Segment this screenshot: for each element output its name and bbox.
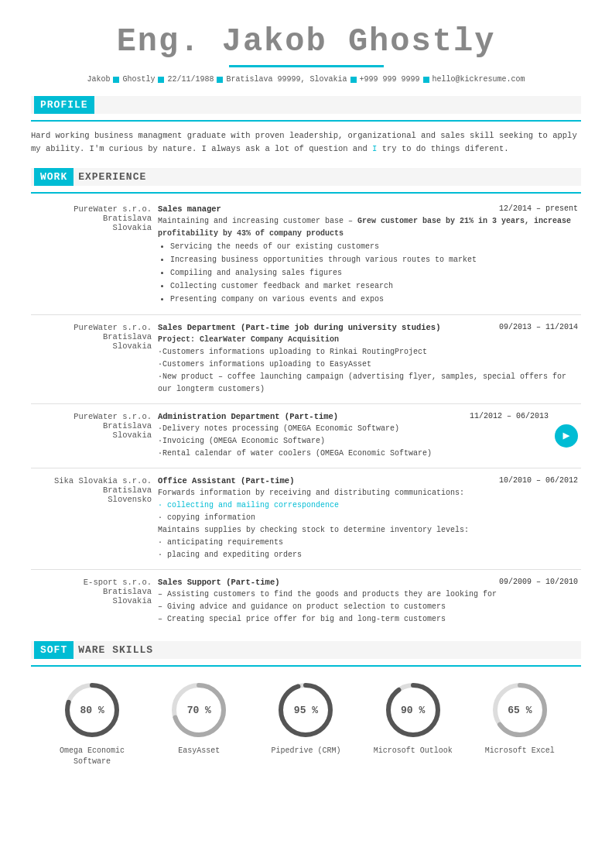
profile-text: Hard working business managment graduate… — [31, 129, 581, 156]
profile-highlight: I — [372, 144, 377, 153]
work-section-header: WORK EXPERIENCE — [31, 168, 581, 186]
skill-item-3: 95 % Pipedrive (CRM) — [263, 679, 348, 756]
job-table-4: Sika Slovakia s.r.o.BratislavaSlovensko … — [31, 473, 581, 564]
job-dates-4: 10/2010 – 06/2012 — [499, 476, 578, 485]
list-item: Presenting company on various events and… — [170, 293, 578, 306]
software-section-header: SOFT WARE SKILLS — [31, 641, 581, 659]
list-item: Compiling and analysing sales figures — [170, 267, 578, 280]
job-title-row-4: Office Assistant (Part-time) 10/2010 – 0… — [158, 476, 578, 485]
skill-label-2: EasyAsset — [178, 746, 220, 756]
skill-item-1: 80 % Omega EconomicSoftware — [50, 679, 135, 767]
nav-arrow-cell: ▶ — [552, 409, 581, 463]
job-title-text-2: Sales Department (Part-time job during u… — [158, 323, 440, 332]
job-table-5: E-sport s.r.o.BratislavaSlovakia Sales S… — [31, 575, 581, 629]
job-details-2: Sales Department (Part-time job during u… — [155, 320, 581, 399]
software-section: SOFT WARE SKILLS 80 % Omega EconomicSoft… — [31, 641, 581, 767]
company-info-4: Sika Slovakia s.r.o.BratislavaSlovensko — [31, 473, 155, 564]
job-title-text-5: Sales Support (Part-time) — [158, 578, 280, 587]
company-info-2: PureWater s.r.o.BratislavaSlovakia — [31, 320, 155, 399]
job-desc-2: Project: ClearWater Company Acquisition … — [158, 334, 578, 396]
job-details-5: Sales Support (Part-time) 09/2009 – 10/2… — [155, 575, 581, 629]
job-table-2: PureWater s.r.o.BratislavaSlovakia Sales… — [31, 320, 581, 399]
job-desc-1: Maintaining and increasing customer base… — [158, 215, 578, 306]
contact-sep-4 — [350, 77, 357, 83]
job-desc-4: Forwards information by receiving and di… — [158, 487, 578, 561]
work-title-rest: EXPERIENCE — [74, 168, 151, 186]
contact-sep-5 — [423, 77, 429, 83]
profile-section-header: PROFILE — [31, 96, 581, 114]
work-divider-2 — [31, 403, 581, 404]
table-row: PureWater s.r.o.BratislavaSlovakia Sales… — [31, 201, 581, 310]
job-title-text-3: Administration Department (Part-time) — [158, 412, 338, 421]
job-title-1: Sales manager 12/2014 – present — [158, 204, 578, 214]
contact-dob: 22/11/1988 — [167, 75, 214, 84]
table-row: PureWater s.r.o.BratislavaSlovakia Admin… — [31, 409, 581, 463]
contact-phone: +999 999 9999 — [360, 75, 420, 84]
skill-circle-1: 80 % — [61, 679, 123, 741]
skill-circle-2: 70 % — [168, 679, 230, 741]
header-underline — [229, 65, 384, 67]
table-row: Sika Slovakia s.r.o.BratislavaSlovensko … — [31, 473, 581, 564]
skill-circle-5: 65 % — [489, 679, 551, 741]
work-divider-1 — [31, 314, 581, 315]
skill-percent-1: 80 % — [80, 704, 104, 715]
software-title-rest: WARE SKILLS — [74, 641, 158, 659]
contact-sep-1 — [113, 77, 119, 83]
skill-item-5: 65 % Microsoft Excel — [477, 679, 562, 756]
job-title-row-2: Sales Department (Part-time job during u… — [158, 323, 578, 332]
profile-tag: PROFILE — [34, 96, 94, 114]
job-dates-2: 09/2013 – 11/2014 — [499, 323, 578, 331]
job-details-3: Administration Department (Part-time) 11… — [155, 409, 552, 463]
resume-header: Eng. Jakob Ghostly Jakob Ghostly 22/11/1… — [31, 23, 581, 84]
job-desc-4-highlight1: · collecting and mailing correspondence — [158, 501, 339, 509]
job-desc-5: – Assisting customers to find the goods … — [158, 588, 578, 626]
skill-label-3: Pipedrive (CRM) — [271, 746, 340, 756]
job-table-3: PureWater s.r.o.BratislavaSlovakia Admin… — [31, 409, 581, 463]
contact-lastname: Ghostly — [122, 75, 155, 84]
skill-label-4: Microsoft Outlook — [374, 746, 453, 756]
work-section: WORK EXPERIENCE PureWater s.r.o.Bratisla… — [31, 168, 581, 629]
skill-label-5: Microsoft Excel — [485, 746, 555, 756]
software-underline — [31, 665, 581, 667]
skills-circles: 80 % Omega EconomicSoftware 70 % EasyAss… — [31, 679, 581, 767]
work-tag: WORK — [34, 168, 74, 186]
work-divider-4 — [31, 569, 581, 570]
company-info-5: E-sport s.r.o.BratislavaSlovakia — [31, 575, 155, 629]
job-bullets-1: Servicing the needs of our existing cust… — [158, 241, 578, 306]
skill-percent-3: 95 % — [294, 704, 318, 715]
profile-section: PROFILE Hard working business managment … — [31, 96, 581, 156]
contact-firstname: Jakob — [87, 75, 110, 84]
list-item: Increasing business opportunities throug… — [170, 254, 578, 266]
header-contact: Jakob Ghostly 22/11/1988 Bratislava 9999… — [31, 75, 581, 84]
job-title-row-5: Sales Support (Part-time) 09/2009 – 10/2… — [158, 578, 578, 587]
skill-percent-5: 65 % — [508, 704, 532, 715]
table-row: E-sport s.r.o.BratislavaSlovakia Sales S… — [31, 575, 581, 629]
header-name: Eng. Jakob Ghostly — [31, 23, 581, 60]
skill-item-2: 70 % EasyAsset — [156, 679, 241, 756]
job-title-row-3: Administration Department (Part-time) 11… — [158, 412, 549, 421]
list-item: Collecting customer feedback and market … — [170, 280, 578, 293]
profile-underline — [31, 120, 581, 122]
table-row: PureWater s.r.o.BratislavaSlovakia Sales… — [31, 320, 581, 399]
nav-arrow-button[interactable]: ▶ — [555, 424, 578, 448]
job-details-1: Sales manager 12/2014 – present Maintain… — [155, 201, 581, 310]
skill-circle-4: 90 % — [382, 679, 444, 741]
work-divider-3 — [31, 468, 581, 468]
work-underline — [31, 192, 581, 194]
job-row-container-3: PureWater s.r.o.BratislavaSlovakia Admin… — [31, 409, 581, 463]
contact-sep-2 — [158, 77, 164, 83]
skill-circle-3: 95 % — [275, 679, 337, 741]
skill-label-1: Omega EconomicSoftware — [60, 746, 125, 767]
job-dates-5: 09/2009 – 10/2010 — [499, 578, 578, 586]
job-dates-3: 11/2012 – 06/2013 — [470, 412, 549, 420]
skill-percent-2: 70 % — [187, 704, 211, 715]
software-tag: SOFT — [34, 641, 74, 659]
job-table-1: PureWater s.r.o.BratislavaSlovakia Sales… — [31, 201, 581, 310]
job-desc-3: ·Delivery notes processing (OMEGA Econom… — [158, 423, 549, 460]
contact-city: Bratislava 99999, Slovakia — [226, 75, 347, 84]
list-item: Servicing the needs of our existing cust… — [170, 241, 578, 253]
job-title-text-4: Office Assistant (Part-time) — [158, 476, 294, 485]
company-info-3: PureWater s.r.o.BratislavaSlovakia — [31, 409, 155, 463]
job-dates-1: 12/2014 – present — [499, 204, 578, 213]
contact-email: hello@kickresume.com — [433, 75, 525, 84]
